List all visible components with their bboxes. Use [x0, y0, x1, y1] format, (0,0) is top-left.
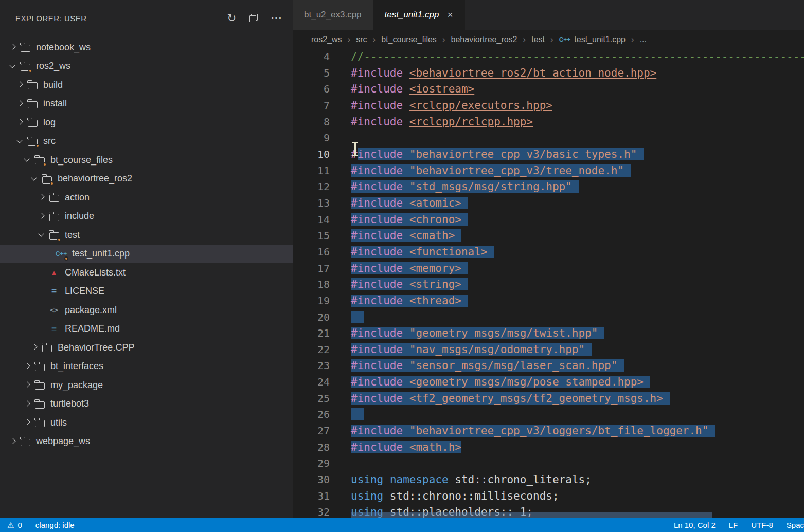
tree-item-turtlebot3[interactable]: turtlebot3 [0, 395, 293, 414]
tree-item-test-unit1-cpp[interactable]: C++test_unit1.cpp [0, 245, 293, 264]
collapse-folders-icon[interactable] [249, 14, 258, 22]
tree-item-ros2-ws[interactable]: ros2_ws [0, 57, 293, 76]
tree-item-src[interactable]: src [0, 132, 293, 151]
line-number[interactable]: 26 [293, 407, 330, 423]
code-line[interactable]: 7#include <rclcpp/executors.hpp> [293, 98, 804, 114]
line-number[interactable]: 14 [293, 212, 330, 228]
tree-item-readme-md[interactable]: ≡README.md [0, 320, 293, 339]
code-line[interactable]: 29 [293, 455, 804, 472]
horizontal-scrollbar[interactable] [351, 512, 712, 518]
chevron-right-icon[interactable] [15, 80, 25, 89]
line-number[interactable]: 22 [293, 342, 330, 358]
tree-item-utils[interactable]: utils [0, 413, 293, 432]
line-number[interactable]: 30 [293, 472, 330, 488]
editor-tab-bt-u2-ex3-cpp[interactable]: bt_u2_ex3.cpp [293, 0, 373, 30]
code-line[interactable]: 13#include <atomic> [293, 195, 804, 212]
line-number[interactable]: 10 [293, 146, 330, 163]
code-line[interactable]: 24#include <geometry_msgs/msg/pose_stamp… [293, 374, 804, 391]
tree-item-log[interactable]: log [0, 113, 293, 132]
tree-item-notebook-ws[interactable]: notebook_ws [0, 38, 293, 57]
code-line[interactable]: 27#include "behaviortree_cpp_v3/loggers/… [293, 423, 804, 439]
code-line[interactable]: 12#include "std_msgs/msg/string.hpp" [293, 179, 804, 195]
close-icon[interactable]: × [447, 9, 453, 21]
code-line[interactable]: 23#include "sensor_msgs/msg/laser_scan.h… [293, 358, 804, 374]
code-line[interactable]: 8#include <rclcpp/rclcpp.hpp> [293, 114, 804, 131]
problems-indicator[interactable]: ⚠ 0 [7, 521, 22, 530]
tree-item-license[interactable]: ≡LICENSE [0, 282, 293, 301]
more-actions-icon[interactable]: ··· [271, 12, 282, 24]
refresh-explorer-icon[interactable]: ↻ [227, 12, 236, 24]
line-number[interactable]: 11 [293, 163, 330, 179]
chevron-down-icon[interactable] [23, 155, 32, 164]
line-number[interactable]: 23 [293, 358, 330, 374]
code-line[interactable]: 6#include <iostream> [293, 81, 804, 98]
line-number[interactable]: 8 [293, 114, 330, 131]
breadcrumb-item[interactable]: behaviortree_ros2 [451, 35, 517, 44]
code-line[interactable]: 15#include <cmath> [293, 228, 804, 244]
chevron-down-icon[interactable] [37, 230, 46, 240]
tree-item-bt-course-files[interactable]: bt_course_files [0, 151, 293, 170]
indentation-indicator[interactable]: Spac [787, 521, 804, 529]
eol-indicator[interactable]: LF [729, 521, 738, 529]
chevron-right-icon[interactable] [23, 418, 32, 427]
line-number[interactable]: 12 [293, 179, 330, 195]
code-line[interactable]: 19#include <thread> [293, 293, 804, 309]
line-number[interactable]: 27 [293, 423, 330, 439]
tree-item-include[interactable]: include [0, 207, 293, 226]
code-line[interactable]: 26 [293, 407, 804, 423]
clangd-status[interactable]: clangd: idle [35, 521, 75, 529]
line-number[interactable]: 17 [293, 261, 330, 277]
line-number[interactable]: 18 [293, 277, 330, 293]
line-number[interactable]: 5 [293, 65, 330, 82]
code-line[interactable]: 10#include "behaviortree_cpp_v3/basic_ty… [293, 146, 804, 163]
line-number[interactable]: 4 [293, 49, 330, 65]
breadcrumb-item[interactable]: C++test_unit1.cpp [559, 35, 626, 44]
chevron-right-icon[interactable] [8, 43, 17, 52]
chevron-right-icon[interactable] [37, 212, 46, 221]
tree-item-build[interactable]: build [0, 76, 293, 95]
line-number[interactable]: 15 [293, 228, 330, 244]
encoding-indicator[interactable]: UTF-8 [751, 521, 773, 529]
line-number[interactable]: 32 [293, 504, 330, 518]
code-line[interactable]: 25#include <tf2_geometry_msgs/tf2_geomet… [293, 391, 804, 407]
code-line[interactable]: 11#include "behaviortree_cpp_v3/tree_nod… [293, 163, 804, 179]
tree-item-test[interactable]: test [0, 226, 293, 245]
line-number[interactable]: 29 [293, 455, 330, 472]
chevron-right-icon[interactable] [15, 99, 25, 108]
line-number[interactable]: 25 [293, 391, 330, 407]
chevron-right-icon[interactable] [15, 118, 25, 127]
code-line[interactable]: 17#include <memory> [293, 261, 804, 277]
tree-item-webpage-ws[interactable]: webpage_ws [0, 432, 293, 451]
breadcrumb-item[interactable]: bt_course_files [381, 35, 437, 44]
tree-item-behaviortree-ros2[interactable]: behaviortree_ros2 [0, 170, 293, 189]
tree-item-behaviortree-cpp[interactable]: BehaviorTree.CPP [0, 338, 293, 357]
code-line[interactable]: 22#include "nav_msgs/msg/odometry.hpp" [293, 342, 804, 358]
line-number[interactable]: 13 [293, 195, 330, 212]
editor-tab-test-unit1-cpp[interactable]: test_unit1.cpp× [373, 0, 465, 30]
breadcrumb-item[interactable]: src [356, 35, 367, 44]
code-line[interactable]: 5#include <behaviortree_ros2/bt_action_n… [293, 65, 804, 82]
line-number[interactable]: 19 [293, 293, 330, 309]
line-number[interactable]: 16 [293, 244, 330, 261]
chevron-down-icon[interactable] [8, 62, 17, 71]
chevron-down-icon[interactable] [30, 174, 39, 184]
code-line[interactable]: 21#include "geometry_msgs/msg/twist.hpp" [293, 325, 804, 342]
chevron-right-icon[interactable] [23, 399, 32, 409]
line-number[interactable]: 6 [293, 81, 330, 98]
chevron-right-icon[interactable] [30, 343, 39, 352]
tree-item-install[interactable]: install [0, 95, 293, 114]
line-number[interactable]: 24 [293, 374, 330, 391]
breadcrumb-item[interactable]: ros2_ws [311, 35, 342, 44]
line-number[interactable]: 21 [293, 325, 330, 342]
tree-item-bt-interfaces[interactable]: bt_interfaces [0, 357, 293, 376]
chevron-right-icon[interactable] [37, 193, 46, 202]
line-number[interactable]: 9 [293, 130, 330, 146]
code-line[interactable]: 16#include <functional> [293, 244, 804, 261]
code-line[interactable]: 20 [293, 309, 804, 326]
line-number[interactable]: 31 [293, 488, 330, 505]
code-line[interactable]: 28#include <math.h> [293, 439, 804, 456]
tree-item-package-xml[interactable]: <>package.xml [0, 301, 293, 320]
line-number[interactable]: 20 [293, 309, 330, 326]
chevron-down-icon[interactable] [15, 137, 25, 146]
chevron-right-icon[interactable] [23, 362, 32, 371]
